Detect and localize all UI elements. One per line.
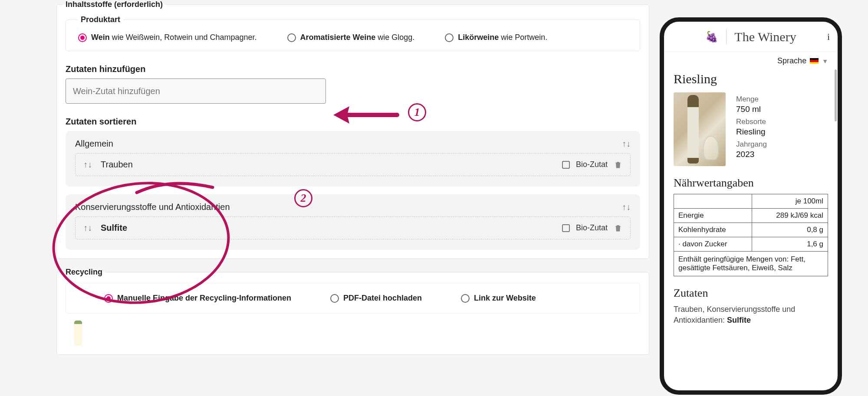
ingredients-legend: Inhaltsstoffe (erforderlich): [63, 0, 165, 9]
group-preservatives-title: Konservierungsstoffe und Antioxidantien: [75, 202, 230, 212]
language-label: Sprache: [777, 56, 806, 65]
product-title: Riesling: [674, 72, 828, 86]
radio-icon: [104, 294, 113, 303]
radio-wine-label: Wein wie Weißwein, Rotwein und Champagne…: [91, 33, 257, 42]
ingredients-section: Inhaltsstoffe (erforderlich) Produktart …: [56, 0, 649, 259]
radio-pdf-label: PDF-Datei hochladen: [343, 294, 422, 303]
ingredient-item-trauben[interactable]: ↑↓ Trauben Bio-Zutat: [75, 153, 631, 176]
info-icon[interactable]: i: [827, 31, 830, 43]
group-general-title: Allgemein: [75, 139, 113, 149]
rebsorte-label: Rebsorte: [736, 118, 767, 126]
radio-liquor[interactable]: Likörweine wie Portwein.: [445, 33, 547, 42]
recycling-mode-fieldset: Manuelle Eingabe der Recycling-Informati…: [66, 283, 640, 314]
drag-handle-icon[interactable]: ↑↓: [83, 223, 92, 233]
grape-icon: 🍇: [705, 31, 718, 43]
bio-label: Bio-Zutat: [576, 223, 608, 232]
chevron-down-icon: ▼: [822, 58, 828, 65]
radio-aromatised[interactable]: Aromatisierte Weine wie Glogg.: [287, 33, 415, 42]
recycling-legend: Recycling: [63, 268, 105, 277]
sort-icon[interactable]: ↑↓: [622, 139, 631, 149]
table-row: Energie289 kJ/69 kcal: [674, 209, 828, 223]
nutrition-table: je 100ml Energie289 kJ/69 kcal Kohlenhyd…: [674, 194, 828, 252]
radio-icon: [287, 33, 296, 42]
trash-icon[interactable]: [614, 160, 622, 170]
add-ingredient-input[interactable]: [66, 79, 326, 104]
recycling-section: Recycling Manuelle Eingabe der Recycling…: [56, 268, 649, 355]
sort-ingredients-heading: Zutaten sortieren: [66, 117, 640, 127]
zutaten-text: Trauben, Konservierungsstoffe und Antiox…: [674, 304, 828, 326]
radio-icon: [445, 33, 454, 42]
ingredient-name: Trauben: [101, 160, 133, 170]
bio-checkbox[interactable]: [562, 224, 570, 232]
menge-label: Menge: [736, 95, 767, 104]
radio-icon: [330, 294, 339, 303]
rebsorte-value: Riesling: [736, 127, 767, 137]
language-selector[interactable]: Sprache ▼: [664, 52, 838, 70]
table-row: · davon Zucker1,6 g: [674, 237, 828, 252]
radio-icon: [78, 33, 87, 42]
scrollbar[interactable]: [835, 69, 837, 121]
jahrgang-value: 2023: [736, 150, 767, 159]
add-ingredient-heading: Zutaten hinzufügen: [66, 64, 640, 74]
radio-icon: [461, 294, 470, 303]
bio-label: Bio-Zutat: [576, 160, 608, 169]
radio-aromatised-label: Aromatisierte Weine wie Glogg.: [300, 33, 415, 42]
ingredient-item-sulfite[interactable]: ↑↓ Sulfite Bio-Zutat: [75, 216, 631, 239]
product-type-fieldset: Produktart Wein wie Weißwein, Rotwein un…: [66, 15, 640, 51]
menge-value: 750 ml: [736, 105, 767, 114]
sort-icon[interactable]: ↑↓: [622, 202, 631, 212]
brand-name: The Winery: [734, 29, 796, 44]
radio-manual-label: Manuelle Eingabe der Recycling-Informati…: [117, 294, 291, 303]
divider: [726, 29, 727, 44]
product-type-legend: Produktart: [78, 15, 123, 24]
ingredient-name: Sulfite: [101, 223, 127, 233]
drag-handle-icon[interactable]: ↑↓: [83, 160, 92, 170]
radio-recycling-manual[interactable]: Manuelle Eingabe der Recycling-Informati…: [104, 294, 291, 303]
radio-recycling-pdf[interactable]: PDF-Datei hochladen: [330, 294, 422, 303]
radio-recycling-link[interactable]: Link zur Website: [461, 294, 536, 303]
nutrition-heading: Nährwertangaben: [674, 177, 828, 190]
radio-wine[interactable]: Wein wie Weißwein, Rotwein und Champagne…: [78, 33, 257, 42]
phone-header: 🍇 The Winery i: [664, 22, 838, 52]
per-100ml-header: je 100ml: [752, 194, 828, 209]
jahrgang-label: Jahrgang: [736, 140, 767, 149]
bottle-icon: [74, 321, 82, 346]
zutaten-heading: Zutaten: [674, 287, 828, 300]
flag-de-icon: [810, 58, 819, 64]
product-image: [674, 92, 726, 166]
table-row: Kohlenhydrate0,8 g: [674, 223, 828, 237]
bio-checkbox[interactable]: [562, 161, 570, 169]
group-preservatives: Konservierungsstoffe und Antioxidantien …: [66, 194, 640, 250]
radio-link-label: Link zur Website: [474, 294, 536, 303]
group-general: Allgemein ↑↓ ↑↓ Trauben Bio-Zutat: [66, 131, 640, 187]
phone-preview: 🍇 The Winery i Sprache ▼ Riesling Menge …: [660, 17, 842, 395]
radio-liquor-label: Likörweine wie Portwein.: [458, 33, 547, 42]
trash-icon[interactable]: [614, 223, 622, 233]
nutrition-note: Enthält geringfügige Mengen von: Fett, g…: [674, 252, 828, 276]
